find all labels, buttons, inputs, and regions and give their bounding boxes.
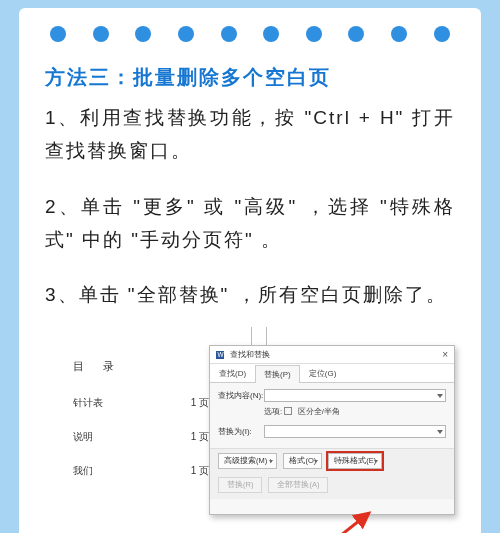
dialog-body: 查找内容(N): 选项: 区分全/半角 替换为(I): [210, 383, 454, 448]
toc-item-label: 说明 [73, 430, 93, 444]
label-options: 选项: [264, 407, 282, 416]
dialog-actions: 替换(R) 全部替换(A) [210, 473, 454, 499]
tab-find[interactable]: 查找(D) [210, 364, 255, 382]
input-find-what[interactable] [264, 389, 446, 402]
toc-item-page: 1 页 [191, 464, 209, 478]
word-app-icon: W [216, 351, 224, 359]
options-value: 区分全/半角 [298, 407, 340, 416]
toc-header: 目 录 [73, 359, 209, 374]
screenshot-area: 目 录 针计表 1 页 说明 1 页 我们 1 页 W 查找和替换 [45, 333, 465, 513]
toc-item-label: 我们 [73, 464, 93, 478]
dialog-title: 查找和替换 [230, 350, 270, 359]
toc-row: 我们 1 页 [73, 464, 209, 478]
note-card: 方法三：批量删除多个空白页 1、利用查找替换功能，按 "Ctrl + H" 打开… [19, 8, 481, 533]
close-icon[interactable]: × [442, 349, 448, 360]
document-toc: 目 录 针计表 1 页 说明 1 页 我们 1 页 [73, 359, 209, 498]
svg-line-2 [321, 513, 369, 533]
less-button[interactable]: 高级搜索(M) : [218, 453, 277, 469]
find-replace-dialog: W 查找和替换 × 查找(D) 替换(P) 定位(G) 查找内容(N): 选项: [209, 345, 455, 515]
toc-item-page: 1 页 [191, 396, 209, 410]
toc-row: 针计表 1 页 [73, 396, 209, 410]
format-button[interactable]: 格式(O) [283, 453, 322, 469]
replace-all-button[interactable]: 全部替换(A) [268, 477, 328, 493]
svg-text:W: W [218, 352, 224, 359]
options-row: 选项: 区分全/半角 [218, 406, 446, 417]
toc-item-label: 针计表 [73, 396, 103, 410]
step-3: 3、单击 "全部替换" ，所有空白页删除了。 [45, 278, 455, 311]
tab-replace[interactable]: 替换(P) [255, 365, 300, 383]
checkbox-fullhalf[interactable] [284, 407, 292, 415]
dialog-toolbar: 高级搜索(M) : 格式(O) 特殊格式(E) [210, 448, 454, 473]
toc-item-page: 1 页 [191, 430, 209, 444]
step-2: 2、单击 "更多" 或 "高级" ，选择 "特殊格式" 中的 "手动分页符" 。 [45, 190, 455, 257]
dialog-titlebar: W 查找和替换 × [210, 346, 454, 364]
binding-holes [19, 26, 481, 42]
label-replace-with: 替换为(I): [218, 426, 264, 437]
step-1: 1、利用查找替换功能，按 "Ctrl + H" 打开查找替换窗口。 [45, 101, 455, 168]
toc-row: 说明 1 页 [73, 430, 209, 444]
section-title: 方法三：批量删除多个空白页 [45, 64, 455, 91]
input-replace-with[interactable] [264, 425, 446, 438]
special-button[interactable]: 特殊格式(E) [328, 453, 382, 469]
tab-goto[interactable]: 定位(G) [300, 364, 346, 382]
replace-button[interactable]: 替换(R) [218, 477, 262, 493]
label-find-what: 查找内容(N): [218, 390, 264, 401]
dialog-tabs: 查找(D) 替换(P) 定位(G) [210, 364, 454, 383]
